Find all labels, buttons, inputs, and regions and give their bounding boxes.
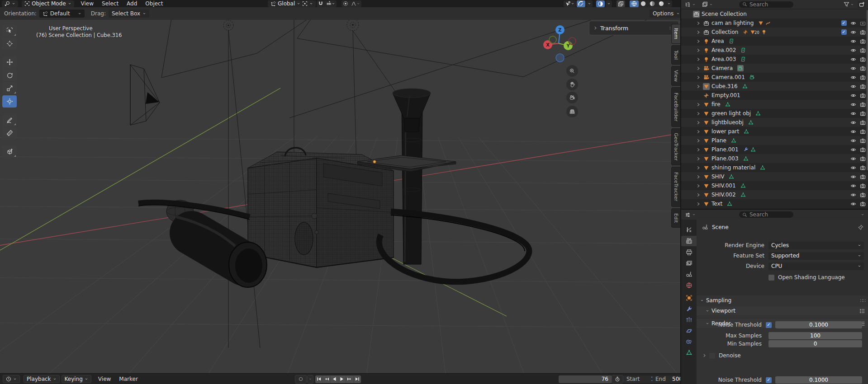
tool-rotate-button[interactable] xyxy=(2,69,17,81)
overlays-dropdown[interactable] xyxy=(586,0,593,7)
outliner-row[interactable]: green light obj xyxy=(681,109,868,118)
properties-tab-particles[interactable] xyxy=(681,315,697,325)
render-engine-dropdown[interactable]: Cycles xyxy=(768,242,864,249)
outliner-item-label[interactable]: Scene Collection xyxy=(702,11,747,17)
use-preview-range-toggle[interactable] xyxy=(612,375,623,384)
xray-dropdown[interactable] xyxy=(606,0,612,7)
filter-button[interactable] xyxy=(844,1,854,7)
sidebar-tab-tool[interactable]: Tool xyxy=(671,45,680,65)
tool-measure-button[interactable] xyxy=(2,127,17,139)
disclosure-arrow-icon[interactable] xyxy=(696,120,701,125)
hide-viewport-eye-icon[interactable] xyxy=(850,147,856,153)
disclosure-arrow-icon[interactable] xyxy=(696,57,701,62)
drag-select-dropdown[interactable]: Select Box xyxy=(109,9,149,18)
jump-end-button[interactable] xyxy=(354,375,361,383)
outliner-item-label[interactable]: lower part xyxy=(711,128,739,135)
outliner-item-label[interactable]: Area.003 xyxy=(711,56,736,62)
outliner-item-label[interactable]: Camera.001 xyxy=(711,74,745,80)
disclosure-arrow-icon[interactable] xyxy=(696,138,701,143)
outliner-row[interactable]: lightblueobj xyxy=(681,118,868,127)
expand-arrow-icon[interactable] xyxy=(702,353,707,358)
outliner-row[interactable]: Area.003 xyxy=(681,55,868,64)
hide-viewport-eye-icon[interactable] xyxy=(850,75,856,80)
chevron-down-icon[interactable] xyxy=(861,213,864,216)
preset-icon[interactable] xyxy=(859,308,865,314)
show-gizmos-toggle[interactable] xyxy=(564,0,576,7)
disable-render-camera-icon[interactable] xyxy=(860,66,866,71)
disclosure-arrow-icon[interactable] xyxy=(696,174,701,179)
xray-toggle[interactable] xyxy=(596,0,605,7)
panel-grip[interactable]: ∷∷ xyxy=(860,298,865,304)
disable-render-camera-icon[interactable] xyxy=(860,165,866,171)
shading-solid[interactable] xyxy=(639,0,648,7)
timeline-editor-button[interactable] xyxy=(3,375,20,383)
keying-dropdown[interactable]: Keying xyxy=(62,375,91,383)
properties-tab-output[interactable] xyxy=(681,247,697,258)
hide-viewport-eye-icon[interactable] xyxy=(850,93,856,98)
disable-render-camera-icon[interactable] xyxy=(860,138,866,144)
camera-view-button[interactable] xyxy=(566,92,578,103)
viewport-3d[interactable]: User Perspective (76) Scene Collection |… xyxy=(0,20,680,373)
outliner-search-input[interactable]: Search xyxy=(739,1,793,8)
hide-viewport-eye-icon[interactable] xyxy=(850,29,856,35)
disclosure-arrow-icon[interactable] xyxy=(696,30,701,35)
outliner-row[interactable]: Plane xyxy=(681,136,868,145)
properties-tab-view-layer[interactable] xyxy=(681,258,697,269)
disable-render-camera-icon[interactable] xyxy=(860,192,866,198)
toggle-xray-button[interactable] xyxy=(617,0,625,7)
outliner-row[interactable]: SHIV.002 xyxy=(681,190,868,199)
properties-tab-data[interactable] xyxy=(681,347,697,358)
orientation-default-dropdown[interactable]: Default xyxy=(39,9,85,18)
outliner-row[interactable]: SHIV xyxy=(681,172,868,181)
play-button[interactable] xyxy=(338,375,346,383)
timeline-menu-view[interactable]: View xyxy=(94,376,115,382)
outliner-item-label[interactable]: Area xyxy=(711,38,724,44)
tool-add-cube-button[interactable] xyxy=(2,145,17,158)
osl-checkbox[interactable] xyxy=(768,275,774,281)
outliner-editor-button[interactable] xyxy=(685,1,696,7)
disclosure-arrow-icon[interactable] xyxy=(696,183,701,188)
prev-keyframe-button[interactable] xyxy=(323,375,331,383)
outliner-item-label[interactable]: Collection xyxy=(711,29,738,35)
current-frame-field[interactable]: 76 xyxy=(559,375,612,383)
properties-tab-world[interactable] xyxy=(681,280,697,290)
outliner-row[interactable]: Area.002 xyxy=(681,46,868,55)
sidebar-tab-view[interactable]: View xyxy=(671,66,680,86)
disclosure-arrow-icon[interactable] xyxy=(696,102,701,107)
menu-object[interactable]: Object xyxy=(141,0,167,7)
outliner-item-label[interactable]: Plane xyxy=(711,137,726,144)
next-keyframe-button[interactable] xyxy=(346,375,354,383)
shading-dropdown[interactable] xyxy=(666,0,672,7)
disclosure-arrow-icon[interactable] xyxy=(696,21,701,26)
hide-viewport-eye-icon[interactable] xyxy=(850,165,856,171)
snap-with-dropdown[interactable] xyxy=(325,0,337,7)
disclosure-arrow-icon[interactable] xyxy=(696,39,701,44)
falloff-dropdown[interactable] xyxy=(350,0,361,7)
hide-viewport-eye-icon[interactable] xyxy=(850,120,856,126)
playback-dropdown[interactable]: Playback xyxy=(24,375,60,383)
hide-viewport-eye-icon[interactable] xyxy=(850,111,856,117)
hide-viewport-eye-icon[interactable] xyxy=(850,156,856,162)
collection-checkbox[interactable]: ✓ xyxy=(841,29,847,35)
outliner-item-label[interactable]: Empty.001 xyxy=(711,92,740,98)
tool-annotate-button[interactable] xyxy=(2,114,17,126)
hide-viewport-eye-icon[interactable] xyxy=(850,129,856,135)
sampling-panel-header[interactable]: Sampling ∷∷ xyxy=(697,295,868,305)
outliner-item-label[interactable]: SHIV.001 xyxy=(711,183,736,189)
gizmo-neg-x-ball[interactable] xyxy=(569,37,576,45)
disclosure-arrow-icon[interactable] xyxy=(696,66,701,71)
auto-keyframe-toggle[interactable] xyxy=(295,375,307,384)
outliner-item-label[interactable]: Plane.001 xyxy=(711,146,739,153)
outliner-row[interactable]: Scene Collection xyxy=(681,9,868,19)
outliner-row[interactable]: Collection20✓ xyxy=(681,28,868,37)
display-mode-button[interactable] xyxy=(702,1,713,7)
disable-render-camera-icon[interactable] xyxy=(860,56,866,62)
menu-select[interactable]: Select xyxy=(98,0,123,7)
hide-viewport-eye-icon[interactable] xyxy=(850,192,856,198)
viewport-noise-threshold-field[interactable]: 0.1000 xyxy=(775,321,862,328)
outliner-row[interactable]: cam an lighting✓ xyxy=(681,19,868,28)
denoise-checkbox[interactable] xyxy=(709,353,715,359)
outliner-item-label[interactable]: Text xyxy=(711,201,722,207)
gizmo-neg-y-ball[interactable] xyxy=(549,36,556,43)
render-noise-threshold-field[interactable]: 0.1000 xyxy=(775,376,862,384)
